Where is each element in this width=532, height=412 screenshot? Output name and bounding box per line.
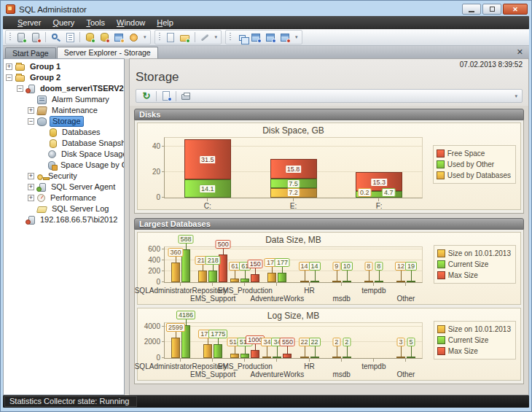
refresh-icon: ↻ <box>141 90 152 101</box>
tree-item-database-snapshots[interactable]: Database Snapshots <box>4 138 124 149</box>
tree-item-label: Databases <box>60 128 103 137</box>
minimize-icon <box>469 11 474 12</box>
expand-toggle[interactable]: − <box>28 118 34 125</box>
y-tick-label: 0 <box>134 354 160 362</box>
previous-window-icon <box>251 32 262 43</box>
x-tick <box>373 282 374 286</box>
expand-toggle[interactable]: + <box>28 184 34 190</box>
tree-item-doom-server-tserv2005[interactable]: −doom_server\TSERV2005 <box>4 83 124 94</box>
expand-toggle[interactable]: + <box>28 195 34 201</box>
legend-label: Max Size <box>448 271 478 279</box>
tree-item-disk-space-usage[interactable]: Disk Space Usage <box>4 149 124 160</box>
tree-item-storage[interactable]: −Storage <box>4 116 124 127</box>
tree-item-sql-server-agent[interactable]: +SQL Server Agent <box>4 182 124 193</box>
register-server-button[interactable] <box>14 31 28 44</box>
x-tick <box>244 282 245 286</box>
value-label: 550 <box>280 338 295 346</box>
x-tick <box>293 198 294 201</box>
tab-close-icon[interactable]: ✕ <box>514 47 526 58</box>
chart-title: Log Size, MB <box>164 311 423 322</box>
tree-item-group-2[interactable]: −Group 2 <box>4 72 124 83</box>
open-file-button[interactable] <box>178 31 192 44</box>
minimize-button[interactable] <box>462 4 481 15</box>
tree-item-databases[interactable]: Databases <box>4 127 124 138</box>
close-button[interactable]: ✕ <box>503 4 528 15</box>
previous-window-button[interactable] <box>249 31 263 44</box>
alarms-button[interactable] <box>126 31 141 44</box>
send-report-button[interactable] <box>159 90 173 103</box>
panel-toolbar-overflow-icon[interactable]: ▾ <box>513 93 519 99</box>
expand-toggle[interactable]: + <box>28 173 34 179</box>
toolbar-overflow-icon[interactable]: ▾ <box>142 34 148 40</box>
tree-item-group-1[interactable]: +Group 1 <box>4 61 124 72</box>
database-windows-button[interactable] <box>112 31 126 44</box>
close-window-button[interactable] <box>278 31 292 44</box>
label-leader <box>305 271 305 281</box>
category-label: HR <box>304 287 314 295</box>
tab-start-page[interactable]: Start Page <box>5 47 56 58</box>
legend-item: Used by Databases <box>437 170 511 181</box>
search-button[interactable] <box>48 31 63 44</box>
expand-toggle[interactable]: + <box>6 63 12 70</box>
cascade-windows-button[interactable] <box>234 31 249 44</box>
bar <box>283 354 292 358</box>
refresh-button[interactable]: ↻ <box>139 90 154 103</box>
storage-icon <box>37 117 47 126</box>
toolbar-overflow-icon[interactable]: ▾ <box>214 34 219 40</box>
unregister-server-button[interactable] <box>28 31 43 44</box>
tab-server-explorer-storage[interactable]: Server Explorer - Storage <box>57 47 158 58</box>
value-label: 15.8 <box>285 165 302 174</box>
server2-icon <box>28 216 35 225</box>
y-tick <box>162 146 165 147</box>
print-button[interactable] <box>179 90 193 103</box>
y-tick-label: 400 <box>134 256 160 265</box>
page-title: Storage <box>136 70 523 87</box>
tree-item-192-168-66-57-bi2012[interactable]: 192.168.66.57\bi2012 <box>4 214 124 225</box>
bar <box>171 338 180 358</box>
plot-area: 0200400600SQLAdministratorRepositoryEMS_… <box>164 246 423 283</box>
new-query-button[interactable] <box>163 31 178 44</box>
value-label: 22 <box>309 338 321 346</box>
label-leader <box>255 344 256 350</box>
tree-item-alarm-summary[interactable]: Alarm Summary <box>4 94 124 105</box>
menu-help[interactable]: Help <box>151 17 179 28</box>
maximize-button[interactable] <box>482 4 501 15</box>
toolbar-overflow-icon[interactable]: ▾ <box>294 34 300 40</box>
attach-database-button[interactable] <box>82 31 97 44</box>
expand-toggle[interactable]: − <box>6 74 12 81</box>
tree-item-sql-server-log[interactable]: SQL Server Log <box>4 203 124 214</box>
value-label: 150 <box>248 260 263 268</box>
menu-query[interactable]: Query <box>47 17 80 28</box>
chart-legend: Free SpaceUsed by OtherUsed by Databases <box>433 145 516 184</box>
legend-item: Max Size <box>437 346 511 357</box>
report-list-icon <box>65 32 76 43</box>
tree-item-maintenance[interactable]: +Maintenance <box>4 105 124 116</box>
value-label: 14 <box>309 262 321 271</box>
tree-item-space-usage-by-objects[interactable]: Space Usage by Objects <box>4 160 124 171</box>
bar <box>278 273 286 282</box>
tools-button[interactable] <box>197 31 212 44</box>
performance-icon <box>37 194 45 202</box>
tree-item-performance[interactable]: +Performance <box>4 193 124 203</box>
menu-window[interactable]: Window <box>111 17 151 28</box>
legend-swatch <box>437 336 445 344</box>
category-label: EMS_Production <box>218 362 273 370</box>
legend-item: Current Size <box>437 259 511 270</box>
panel-header: 07.02.2013 8:39:52 Storage ↻▾ <box>130 59 528 106</box>
detach-database-button[interactable] <box>97 31 112 44</box>
next-window-button[interactable] <box>263 31 278 44</box>
label-leader <box>411 346 412 357</box>
expand-toggle[interactable]: + <box>28 107 34 114</box>
expand-toggle[interactable]: − <box>17 85 23 92</box>
report-list-button[interactable] <box>63 31 77 44</box>
panel-content: Disks Disk Space, GB02040C:E:F:14.131.57… <box>130 106 528 394</box>
label-leader <box>267 346 267 357</box>
menu-server[interactable]: Server <box>12 17 47 28</box>
tools-icon <box>199 32 210 43</box>
menu-tools[interactable]: Tools <box>80 17 111 28</box>
legend-item: Size on 10.01.2013 <box>437 324 511 335</box>
tree-indent <box>28 206 34 212</box>
alarms-icon <box>128 32 139 43</box>
tree-item-security[interactable]: +Security <box>4 171 124 182</box>
tree-item-label: SQL Server Log <box>50 204 111 214</box>
